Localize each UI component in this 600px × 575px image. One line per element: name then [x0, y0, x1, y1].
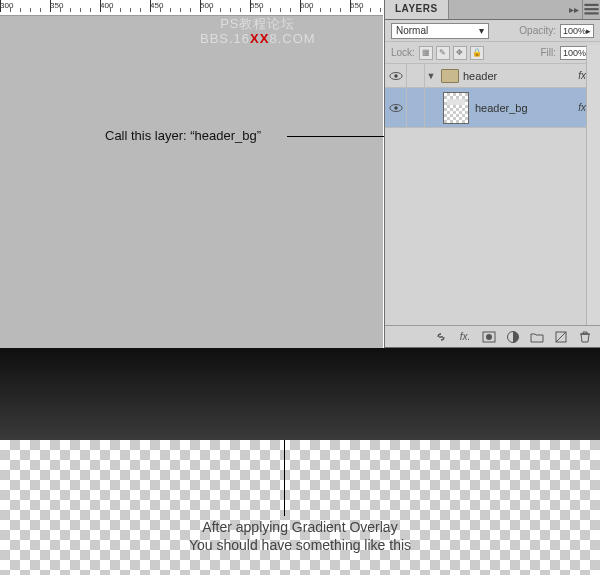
caption-line2: You should have something like this — [0, 536, 600, 554]
link-layers-icon[interactable] — [434, 330, 448, 344]
chevron-down-icon: ▾ — [479, 25, 484, 36]
ruler-mark: 650 — [350, 1, 363, 10]
ruler-mark: 300 — [0, 1, 13, 10]
callout-line-bottom — [284, 440, 285, 516]
svg-point-6 — [394, 106, 398, 110]
callout-text: Call this layer: “header_bg” — [105, 128, 261, 143]
layer-list-empty — [385, 128, 600, 298]
new-layer-icon[interactable] — [554, 330, 568, 344]
lock-pixels-icon[interactable]: ✎ — [436, 46, 450, 60]
adjustment-icon[interactable] — [506, 330, 520, 344]
opacity-value: 100% — [563, 26, 586, 36]
bottom-caption: After applying Gradient Overlay You shou… — [0, 518, 600, 554]
watermark-line1: PS教程论坛 — [200, 16, 316, 31]
canvas[interactable]: PS教程论坛 BBS.16XX8.COM Call this layer: “h… — [0, 16, 383, 348]
layer-thumbnail[interactable] — [443, 92, 469, 124]
blend-opacity-row: Normal ▾ Opacity: 100%▸ — [385, 20, 600, 42]
layer-name[interactable]: header_bg — [475, 102, 578, 114]
visibility-toggle[interactable] — [385, 88, 407, 127]
panel-menu-icon[interactable] — [582, 0, 600, 19]
layer-list: ▼ header fx ▸ header_bg fx ▸ — [385, 64, 600, 298]
group-name[interactable]: header — [463, 70, 578, 82]
blend-mode-value: Normal — [396, 25, 428, 36]
link-column — [407, 88, 425, 127]
collapse-icon[interactable]: ▸▸ — [566, 0, 582, 19]
svg-point-8 — [486, 334, 492, 340]
panel-tabs: LAYERS ▸▸ — [385, 0, 600, 20]
ruler-mark: 600 — [300, 1, 313, 10]
fill-value: 100% — [563, 48, 586, 58]
disclosure-down-icon[interactable]: ▼ — [425, 71, 437, 81]
ruler-mark: 400 — [100, 1, 113, 10]
tab-layers[interactable]: LAYERS — [385, 0, 449, 19]
svg-rect-1 — [584, 8, 598, 10]
lock-all-icon[interactable]: 🔒 — [470, 46, 484, 60]
link-column — [407, 64, 425, 87]
fx-badge[interactable]: fx — [578, 102, 586, 113]
scrollbar-vertical[interactable] — [586, 45, 600, 325]
trash-icon[interactable] — [578, 330, 592, 344]
blend-mode-select[interactable]: Normal ▾ — [391, 23, 489, 39]
lock-label: Lock: — [391, 47, 415, 58]
panel-footer: fx. — [385, 325, 600, 347]
svg-point-4 — [394, 74, 398, 78]
fx-icon[interactable]: fx. — [458, 330, 472, 344]
layer-header-bg[interactable]: header_bg fx ▸ — [385, 88, 600, 128]
caption-line1: After applying Gradient Overlay — [0, 518, 600, 536]
watermark-line2: BBS.16XX8.COM — [200, 31, 316, 46]
fill-label: Fill: — [540, 47, 556, 58]
svg-rect-0 — [584, 4, 598, 6]
layers-panel: LAYERS ▸▸ Normal ▾ Opacity: 100%▸ Lock: … — [384, 0, 600, 348]
opacity-input[interactable]: 100%▸ — [560, 24, 594, 38]
fx-badge[interactable]: fx — [578, 70, 586, 81]
svg-rect-2 — [584, 12, 598, 14]
ruler-mark: 350 — [50, 1, 63, 10]
layer-group-header[interactable]: ▼ header fx ▸ — [385, 64, 600, 88]
lock-transparency-icon[interactable]: ▦ — [419, 46, 433, 60]
ruler-mark: 550 — [250, 1, 263, 10]
watermark: PS教程论坛 BBS.16XX8.COM — [200, 16, 316, 46]
ruler-mark: 500 — [200, 1, 213, 10]
new-group-icon[interactable] — [530, 330, 544, 344]
visibility-toggle[interactable] — [385, 64, 407, 87]
folder-icon — [441, 69, 459, 83]
transparent-area — [0, 440, 600, 575]
ruler-mark: 450 — [150, 1, 163, 10]
gradient-preview — [0, 348, 600, 440]
chevron-right-icon: ▸ — [586, 26, 591, 36]
opacity-label: Opacity: — [519, 25, 556, 36]
lock-position-icon[interactable]: ✥ — [453, 46, 467, 60]
lock-fill-row: Lock: ▦ ✎ ✥ 🔒 Fill: 100%▸ — [385, 42, 600, 64]
mask-icon[interactable] — [482, 330, 496, 344]
ruler: 300 350 400 450 500 550 600 650 — [0, 0, 383, 16]
